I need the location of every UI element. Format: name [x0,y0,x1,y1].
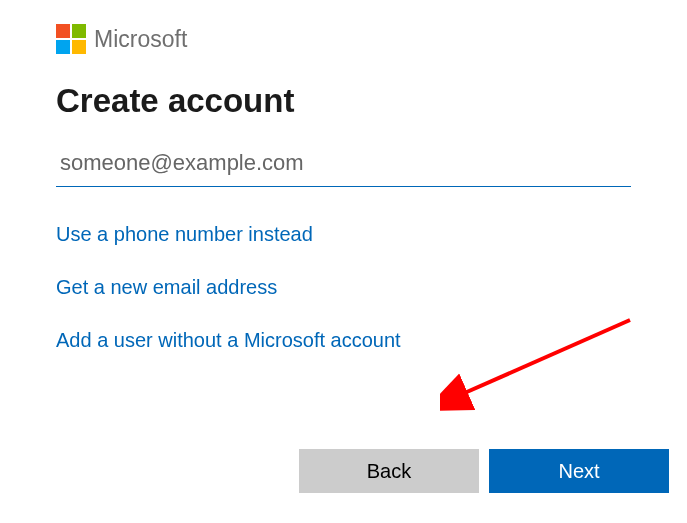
use-phone-link[interactable]: Use a phone number instead [56,223,631,246]
back-button[interactable]: Back [299,449,479,493]
add-user-without-account-link[interactable]: Add a user without a Microsoft account [56,329,631,352]
microsoft-brand: Microsoft [56,24,631,54]
get-new-email-link[interactable]: Get a new email address [56,276,631,299]
page-title: Create account [56,82,631,120]
next-button[interactable]: Next [489,449,669,493]
microsoft-wordmark: Microsoft [94,26,187,53]
email-input[interactable] [56,144,631,187]
microsoft-logo-icon [56,24,86,54]
